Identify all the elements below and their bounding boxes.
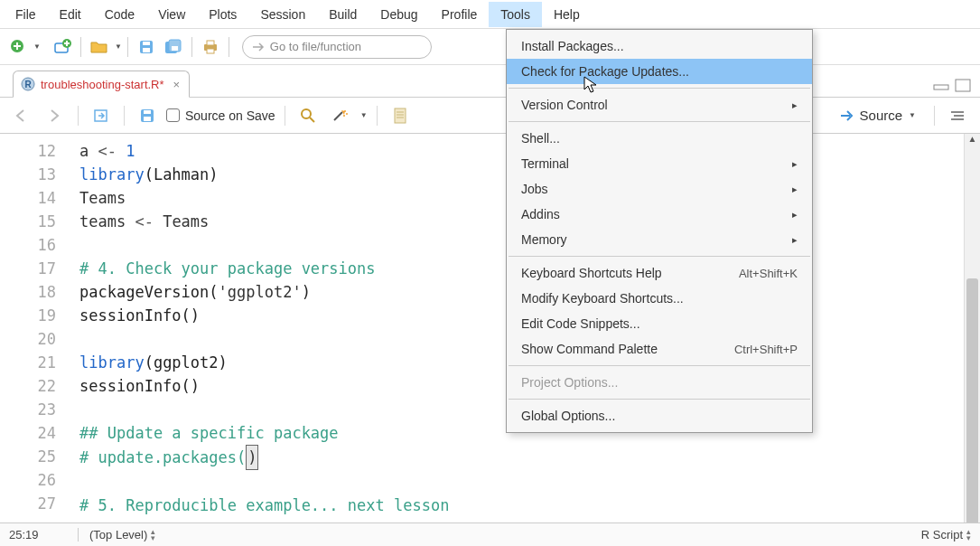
svg-rect-9 [143,42,150,45]
r-file-icon: R [21,77,35,91]
svg-line-25 [310,118,314,122]
main-toolbar: ▼ ▼ Go to file/function [0,29,980,65]
vertical-scrollbar[interactable]: ▲ ▼ [964,134,980,546]
code-editor[interactable]: 12131415161718192021222324252627 a <- 1l… [0,134,980,546]
language-label: R Script [921,528,963,541]
menu-item-global-options[interactable]: Global Options... [507,403,812,428]
chevron-down-icon[interactable]: ▼ [115,42,122,51]
minimize-pane-button[interactable] [933,79,951,93]
new-project-button[interactable] [50,34,75,60]
file-tab[interactable]: R troubleshooting-start.R* × [13,71,190,98]
tools-menu-dropdown: Install Packages...Check for Package Upd… [506,29,813,433]
svg-rect-23 [144,110,151,114]
menubar: FileEditCodeViewPlotsSessionBuildDebugPr… [0,0,980,29]
scroll-up-arrow[interactable]: ▲ [965,134,980,148]
svg-rect-15 [207,49,214,53]
separator [80,37,81,57]
menu-item-install-packages[interactable]: Install Packages... [507,33,812,59]
back-button[interactable] [9,103,36,128]
menu-item-show-command-palette[interactable]: Show Command PaletteCtrl+Shift+P [507,336,812,362]
menu-debug[interactable]: Debug [369,2,429,27]
menu-item-modify-keyboard-shortcuts[interactable]: Modify Keyboard Shortcuts... [507,286,812,311]
menu-item-memory[interactable]: Memory [507,227,812,252]
svg-point-28 [343,115,345,117]
line-gutter: 12131415161718192021222324252627 [0,134,69,546]
menu-item-jobs[interactable]: Jobs [507,176,812,202]
editor-tabs: R troubleshooting-start.R* × [0,65,980,98]
updown-icon: ▴▾ [966,529,971,541]
updown-icon: ▴▾ [151,529,155,541]
open-file-button[interactable] [87,34,112,60]
forward-button[interactable] [42,103,69,128]
menu-build[interactable]: Build [317,2,369,27]
menu-item-shell[interactable]: Shell... [507,126,812,151]
save-file-button[interactable] [134,103,161,128]
save-button[interactable] [134,34,159,60]
chevron-down-icon[interactable]: ▼ [33,42,41,51]
compile-report-button[interactable] [387,103,414,128]
svg-rect-12 [172,46,178,51]
language-selector[interactable]: R Script ▴▾ [921,528,971,541]
menu-item-keyboard-shortcuts-help[interactable]: Keyboard Shortcuts HelpAlt+Shift+K [507,260,812,286]
svg-point-27 [346,113,348,115]
source-button-label: Source [860,108,903,123]
editor-toolbar: Source on Save ▼ Source ▼ [0,98,980,134]
code-tools-button[interactable] [327,103,354,128]
goto-placeholder: Go to file/function [270,40,361,53]
menu-help[interactable]: Help [542,2,592,27]
svg-text:R: R [24,80,32,89]
scope-label: (Top Level) [89,528,147,541]
menu-item-version-control[interactable]: Version Control [507,92,812,118]
show-in-new-window-button[interactable] [88,103,115,128]
chevron-down-icon[interactable]: ▼ [909,111,916,119]
menu-item-addins[interactable]: Addins [507,202,812,227]
svg-rect-29 [395,108,406,123]
svg-rect-6 [64,42,70,44]
close-tab-button[interactable]: × [173,78,181,91]
menu-code[interactable]: Code [93,2,146,27]
save-all-button[interactable] [161,34,186,60]
separator [191,37,192,57]
file-tab-name: troubleshooting-start.R* [41,78,164,91]
source-button[interactable]: Source ▼ [831,104,925,127]
maximize-pane-button[interactable] [955,79,973,93]
status-bar: 25:19 (Top Level) ▴▾ R Script ▴▾ [0,522,980,546]
menu-separator [509,88,810,89]
menu-separator [509,365,810,366]
source-on-save-label: Source on Save [185,108,275,123]
scope-selector[interactable]: (Top Level) ▴▾ [78,528,155,541]
scrollbar-thumb[interactable] [966,278,978,532]
menu-item-terminal[interactable]: Terminal [507,151,812,176]
goto-file-input[interactable]: Go to file/function [242,35,432,59]
menu-edit[interactable]: Edit [48,2,93,27]
menu-separator [509,256,810,257]
cursor-position: 25:19 [9,528,74,541]
menu-tools[interactable]: Tools [489,2,542,27]
menu-item-check-for-package-updates[interactable]: Check for Package Updates... [507,59,812,84]
print-button[interactable] [198,34,223,60]
checkbox-icon [166,108,180,122]
menu-profile[interactable]: Profile [430,2,490,27]
menu-plots[interactable]: Plots [197,2,248,27]
menu-item-project-options: Project Options... [507,370,812,395]
menu-separator [509,121,810,122]
svg-rect-8 [143,48,150,52]
svg-point-24 [302,109,311,118]
svg-rect-22 [144,117,151,121]
svg-point-26 [344,110,346,112]
separator [229,37,229,57]
svg-rect-19 [956,80,970,91]
source-on-save-toggle[interactable]: Source on Save [166,108,275,123]
svg-rect-14 [207,41,214,45]
svg-rect-2 [14,45,21,47]
new-file-button[interactable] [5,34,31,60]
menu-item-edit-code-snippets[interactable]: Edit Code Snippets... [507,311,812,336]
menu-session[interactable]: Session [248,2,317,27]
menu-view[interactable]: View [146,2,197,27]
outline-button[interactable] [944,103,971,128]
menu-file[interactable]: File [4,2,48,27]
find-button[interactable] [294,103,322,128]
separator [127,37,128,57]
svg-rect-18 [934,85,948,89]
chevron-down-icon[interactable]: ▼ [360,111,368,119]
